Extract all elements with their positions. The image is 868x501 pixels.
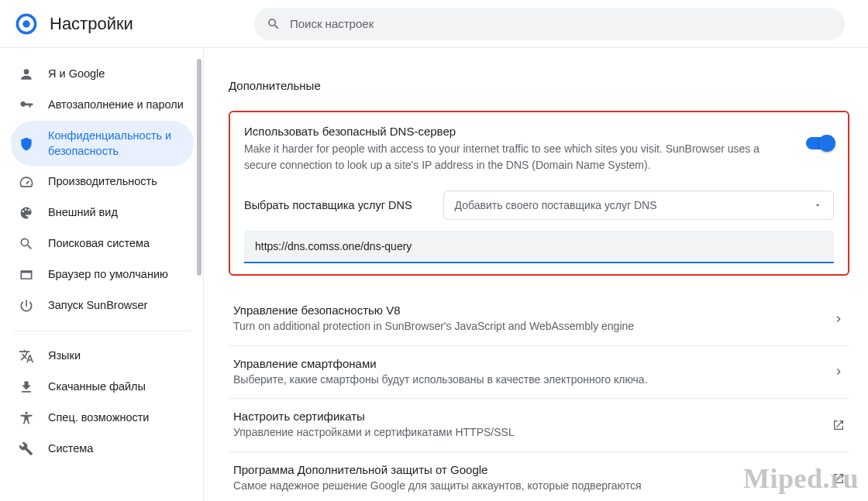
sidebar-item-performance[interactable]: Производительность xyxy=(11,166,194,197)
sidebar-item-on-startup[interactable]: Запуск SunBrowser xyxy=(11,290,194,321)
sidebar-item-downloads[interactable]: Скачанные файлы xyxy=(11,372,194,403)
link-title: Управление безопасностью V8 xyxy=(233,304,634,317)
sidebar-item-accessibility[interactable]: Спец. возможности xyxy=(11,403,194,434)
magnifier-icon xyxy=(19,236,34,252)
link-title: Программа Дополнительной защиты от Googl… xyxy=(233,463,642,476)
key-icon xyxy=(19,98,34,113)
sidebar-item-label: Внешний вид xyxy=(48,205,118,221)
browser-logo-icon xyxy=(16,13,37,35)
chevron-down-icon xyxy=(813,201,822,210)
chevron-right-icon xyxy=(832,365,845,378)
power-icon xyxy=(19,298,34,314)
sidebar-item-languages[interactable]: Языки xyxy=(11,341,194,372)
speedometer-icon xyxy=(19,174,34,190)
secure-dns-toggle[interactable] xyxy=(806,137,834,149)
sidebar-item-privacy[interactable]: Конфиденциальность и безопасность xyxy=(11,121,194,166)
sidebar-item-appearance[interactable]: Внешний вид xyxy=(11,197,194,228)
link-title: Настроить сертификаты xyxy=(233,410,515,423)
section-title: Дополнительные xyxy=(229,79,849,92)
wrench-icon xyxy=(19,441,34,457)
download-icon xyxy=(19,379,34,395)
link-title: Управление смартфонами xyxy=(233,357,648,370)
dns-provider-label: Выбрать поставщика услуг DNS xyxy=(244,199,412,211)
link-desc: Управление настройками и сертификатами H… xyxy=(233,425,515,441)
link-desc: Самое надежное решение Google для защиты… xyxy=(233,479,642,494)
sidebar-item-label: Поисковая система xyxy=(48,236,150,252)
sidebar-item-label: Автозаполнение и пароли xyxy=(48,98,184,113)
dns-provider-selected: Добавить своего поставщика услуг DNS xyxy=(455,199,657,211)
sidebar-scrollbar[interactable] xyxy=(197,59,202,276)
link-desc: Turn on additional protection in SunBrow… xyxy=(233,319,634,335)
secure-dns-desc: Make it harder for people with access to… xyxy=(244,141,792,173)
search-icon xyxy=(267,17,281,31)
sidebar-item-label: Языки xyxy=(48,348,81,364)
dns-provider-select[interactable]: Добавить своего поставщика услуг DNS xyxy=(443,190,834,220)
main-content: Дополнительные Использовать безопасный D… xyxy=(203,48,868,501)
person-icon xyxy=(19,67,34,82)
svg-point-1 xyxy=(22,20,29,27)
sidebar-item-default-browser[interactable]: Браузер по умолчанию xyxy=(11,259,194,290)
link-row-v8-security[interactable]: Управление безопасностью V8 Turn on addi… xyxy=(229,293,849,346)
dns-url-input[interactable] xyxy=(244,231,834,263)
external-link-icon xyxy=(832,472,845,485)
shield-icon xyxy=(19,136,34,152)
header: Настройки xyxy=(0,0,868,48)
sidebar-item-label: Производительность xyxy=(48,174,157,190)
sidebar-item-you-and-google[interactable]: Я и Google xyxy=(11,59,194,90)
sidebar-item-label: Конфиденциальность и безопасность xyxy=(48,129,186,159)
accessibility-icon xyxy=(19,410,34,426)
sidebar-item-label: Система xyxy=(48,441,93,457)
sidebar-item-label: Запуск SunBrowser xyxy=(48,298,147,314)
external-link-icon xyxy=(832,419,845,431)
secure-dns-highlight: Использовать безопасный DNS-сервер Make … xyxy=(229,111,849,276)
link-row-phones[interactable]: Управление смартфонами Выберите, какие с… xyxy=(229,346,849,400)
search-wrap xyxy=(254,8,845,40)
sidebar: Я и Google Автозаполнение и пароли Конфи… xyxy=(0,48,203,501)
link-row-advanced-protection[interactable]: Программа Дополнительной защиты от Googl… xyxy=(229,452,849,501)
secure-dns-toggle-row: Использовать безопасный DNS-сервер Make … xyxy=(244,125,834,173)
sidebar-divider xyxy=(14,331,191,331)
translate-icon xyxy=(19,348,34,364)
sidebar-item-label: Спец. возможности xyxy=(48,410,149,426)
search-input[interactable] xyxy=(254,8,845,40)
chevron-right-icon xyxy=(832,313,845,325)
secure-dns-title: Использовать безопасный DNS-сервер xyxy=(244,125,792,138)
sidebar-item-label: Скачанные файлы xyxy=(48,379,146,395)
window-icon xyxy=(19,267,34,283)
sidebar-item-system[interactable]: Система xyxy=(11,434,194,465)
page-title: Настройки xyxy=(50,14,133,34)
link-desc: Выберите, какие смартфоны будут использо… xyxy=(233,372,648,388)
sidebar-item-search-engine[interactable]: Поисковая система xyxy=(11,228,194,259)
body: Я и Google Автозаполнение и пароли Конфи… xyxy=(0,48,868,501)
dns-provider-row: Выбрать поставщика услуг DNS Добавить св… xyxy=(244,190,834,220)
sidebar-item-autofill[interactable]: Автозаполнение и пароли xyxy=(11,90,194,121)
link-row-certificates[interactable]: Настроить сертификаты Управление настрой… xyxy=(229,399,849,452)
sidebar-item-label: Я и Google xyxy=(48,67,105,82)
palette-icon xyxy=(19,205,34,221)
secure-dns-text: Использовать безопасный DNS-сервер Make … xyxy=(244,125,792,173)
sidebar-item-label: Браузер по умолчанию xyxy=(48,267,168,283)
